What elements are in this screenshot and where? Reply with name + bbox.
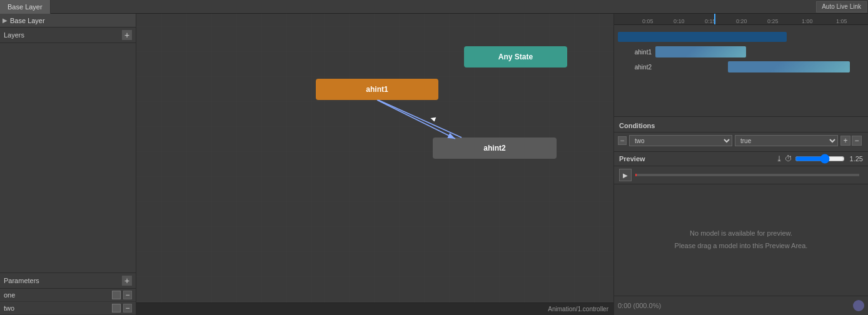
param-minus-one[interactable]: − <box>123 291 132 299</box>
layers-add-button[interactable]: + <box>122 30 132 40</box>
condition-value-select[interactable]: true <box>735 135 838 146</box>
graph-canvas[interactable]: Any State ahint1 ahint2 <box>136 14 613 315</box>
tab-bar: Base Layer Auto Live Link <box>0 0 868 14</box>
track-bar-top <box>618 32 787 42</box>
parameters-header: Parameters + <box>0 273 136 289</box>
condition-add-button[interactable]: + <box>840 136 850 146</box>
state-ahint1[interactable]: ahint1 <box>316 79 438 100</box>
state-ahint2[interactable]: ahint2 <box>433 138 557 159</box>
status-path: Animation/1.controller <box>548 306 608 312</box>
breadcrumb-arrow-icon: ▶ <box>3 17 8 24</box>
param-checkbox-one[interactable] <box>112 291 121 299</box>
svg-line-2 <box>377 100 455 139</box>
param-name-one: one <box>4 291 112 299</box>
preview-content: No model is available for preview. Pleas… <box>614 184 868 296</box>
timeline-tracks: ahint1 ahint2 <box>614 25 868 81</box>
preview-icon-2[interactable]: ⏱ <box>785 154 792 163</box>
timeline-area: 0:05 0:10 0:15 0:20 0:25 1:00 1:05 ahint… <box>614 14 868 117</box>
svg-marker-4 <box>430 115 437 122</box>
preview-header: Preview ⤓ ⏱ 1.25 <box>614 152 868 166</box>
preview-icons: ⤓ ⏱ 1.25 <box>776 154 863 163</box>
preview-time-label: 0:00 (000.0%) <box>618 302 661 309</box>
track-bar-ahint2 <box>728 61 850 72</box>
track-label-ahint1: ahint1 <box>617 49 654 56</box>
tick-100: 1:00 <box>802 18 813 24</box>
condition-row: − two true + − <box>614 132 868 149</box>
parameters-panel: Parameters + one − two − <box>0 272 136 315</box>
right-panel: 0:05 0:10 0:15 0:20 0:25 1:00 1:05 ahint… <box>613 14 868 315</box>
main-layout: ▶ Base Layer Layers + Parameters + one −… <box>0 14 868 315</box>
preview-icon-1[interactable]: ⤓ <box>776 154 782 163</box>
param-minus-two[interactable]: − <box>123 304 132 312</box>
track-label-ahint2: ahint2 <box>617 64 654 71</box>
condition-add-remove: + − <box>840 136 864 146</box>
parameters-label: Parameters <box>4 277 39 284</box>
layers-label: Layers <box>4 31 24 39</box>
tab-base-layer[interactable]: Base Layer <box>0 0 51 14</box>
preview-progress-fill <box>635 174 637 176</box>
param-checkbox-two[interactable] <box>112 304 121 312</box>
status-bar: Animation/1.controller <box>136 302 613 315</box>
conditions-panel: Conditions − two true + − <box>614 117 868 152</box>
preview-title: Preview <box>619 155 776 162</box>
preview-speed-slider[interactable] <box>795 156 845 162</box>
tick-010: 0:10 <box>674 18 685 24</box>
timeline-playhead[interactable] <box>714 14 715 24</box>
parameters-add-button[interactable]: + <box>122 276 132 286</box>
preview-progress-bar[interactable] <box>635 174 859 176</box>
preview-footer: 0:00 (000.0%) <box>614 296 868 315</box>
param-name-two: two <box>4 304 112 312</box>
auto-live-link-button[interactable]: Auto Live Link <box>816 1 867 12</box>
tab-label: Base Layer <box>8 3 43 11</box>
track-bar-ahint1 <box>655 46 746 58</box>
breadcrumb: ▶ Base Layer <box>0 14 136 28</box>
preview-controls: ▶ <box>614 166 868 184</box>
preview-play-button[interactable]: ▶ <box>619 169 632 181</box>
conditions-header: Conditions <box>614 119 868 132</box>
param-row-one: one − <box>0 289 136 302</box>
tick-020: 0:20 <box>736 18 747 24</box>
condition-remove-button[interactable]: − <box>852 136 862 146</box>
tick-005: 0:05 <box>642 18 654 24</box>
svg-line-3 <box>378 100 462 138</box>
left-panel: ▶ Base Layer Layers + Parameters + one −… <box>0 14 136 315</box>
tick-105: 1:05 <box>836 18 847 24</box>
condition-param-select[interactable]: two <box>629 135 732 146</box>
preview-panel: Preview ⤓ ⏱ 1.25 ▶ No model is available… <box>614 152 868 315</box>
preview-speed-label: 1.25 <box>850 155 863 162</box>
layers-header: Layers + <box>0 28 136 43</box>
no-model-line1: No model is available for preview. <box>690 228 792 240</box>
track-row-ahint2: ahint2 <box>617 61 865 72</box>
tick-025: 0:25 <box>767 18 779 24</box>
param-row-two: two − <box>0 302 136 315</box>
track-bar-container-ahint1 <box>654 46 865 58</box>
track-row-ahint1: ahint1 <box>617 46 865 58</box>
timeline-ruler: 0:05 0:10 0:15 0:20 0:25 1:00 1:05 <box>614 14 868 25</box>
condition-minus-button[interactable]: − <box>618 136 627 145</box>
state-any-state[interactable]: Any State <box>464 46 567 68</box>
avatar-icon[interactable] <box>853 300 864 311</box>
track-bar-container-ahint2 <box>654 61 865 72</box>
breadcrumb-text: Base Layer <box>10 17 45 24</box>
left-panel-top: ▶ Base Layer Layers + <box>0 14 136 315</box>
no-model-line2: Please drag a model into this Preview Ar… <box>675 240 808 252</box>
